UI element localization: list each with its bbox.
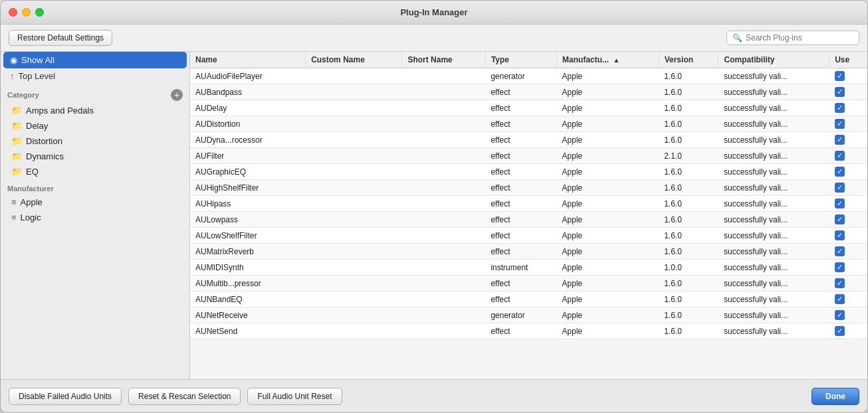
col-header-type[interactable]: Type xyxy=(485,52,556,68)
cell-custom-name xyxy=(306,116,402,132)
cell-use[interactable] xyxy=(829,323,867,339)
add-category-button[interactable]: + xyxy=(171,89,183,101)
cell-compatibility: successfully vali... xyxy=(718,132,829,148)
cell-compatibility: successfully vali... xyxy=(718,244,829,260)
col-header-use[interactable]: Use xyxy=(829,52,867,68)
use-checkbox[interactable] xyxy=(835,151,845,161)
plugin-table: Name Custom Name Short Name Type xyxy=(190,52,867,339)
cell-manufacturer: Apple xyxy=(557,132,659,148)
cell-name: AUDistortion xyxy=(190,116,306,132)
use-checkbox[interactable] xyxy=(835,230,845,240)
search-icon: 🔍 xyxy=(732,33,742,42)
use-checkbox[interactable] xyxy=(835,135,845,145)
sidebar-item-dynamics[interactable]: 📁 Dynamics xyxy=(1,149,189,164)
use-checkbox[interactable] xyxy=(835,278,845,288)
maximize-button[interactable] xyxy=(35,8,44,17)
disable-failed-button[interactable]: Disable Failed Audio Units xyxy=(9,388,122,405)
sidebar-item-distortion[interactable]: 📁 Distortion xyxy=(1,133,189,149)
cell-use[interactable] xyxy=(829,228,867,244)
done-button[interactable]: Done xyxy=(812,388,859,405)
col-header-name[interactable]: Name xyxy=(190,52,306,68)
use-checkbox[interactable] xyxy=(835,87,845,97)
use-checkbox[interactable] xyxy=(835,262,845,272)
sidebar-item-logic[interactable]: ≡ Logic xyxy=(1,210,189,225)
restore-defaults-button[interactable]: Restore Default Settings xyxy=(9,30,112,46)
table-row: AUHighShelfFilter effect Apple 1.6.0 suc… xyxy=(190,180,867,196)
cell-short-name xyxy=(402,84,485,100)
cell-manufacturer: Apple xyxy=(557,196,659,212)
reset-rescan-button[interactable]: Reset & Rescan Selection xyxy=(128,388,241,405)
cell-manufacturer: Apple xyxy=(557,260,659,276)
folder-icon: 📁 xyxy=(11,167,22,177)
cell-use[interactable] xyxy=(829,244,867,260)
col-header-version[interactable]: Version xyxy=(659,52,718,68)
cell-type: effect xyxy=(485,276,556,291)
col-header-short-name[interactable]: Short Name xyxy=(402,52,485,68)
sidebar-item-eq[interactable]: 📁 EQ xyxy=(1,164,189,179)
titlebar: Plug-In Manager xyxy=(1,1,867,25)
cell-use[interactable] xyxy=(829,164,867,180)
cell-type: effect xyxy=(485,148,556,164)
cell-version: 1.6.0 xyxy=(659,244,718,260)
col-header-manufacturer[interactable]: Manufactu... ▲ xyxy=(557,52,659,68)
cell-use[interactable] xyxy=(829,212,867,228)
cell-use[interactable] xyxy=(829,148,867,164)
use-checkbox[interactable] xyxy=(835,167,845,177)
use-checkbox[interactable] xyxy=(835,119,845,129)
cell-use[interactable] xyxy=(829,100,867,116)
use-checkbox[interactable] xyxy=(835,294,845,304)
cell-compatibility: successfully vali... xyxy=(718,164,829,180)
cell-use[interactable] xyxy=(829,196,867,212)
use-checkbox[interactable] xyxy=(835,103,845,113)
sidebar-item-show-all[interactable]: ◉ Show All xyxy=(3,52,187,68)
footer: Disable Failed Audio Units Reset & Resca… xyxy=(1,379,867,412)
cell-version: 1.6.0 xyxy=(659,196,718,212)
cell-version: 1.6.0 xyxy=(659,84,718,100)
use-checkbox[interactable] xyxy=(835,71,845,81)
cell-use[interactable] xyxy=(829,307,867,323)
table-row: AUFilter effect Apple 2.1.0 successfully… xyxy=(190,148,867,164)
col-header-compatibility[interactable]: Compatibility xyxy=(718,52,829,68)
cell-name: AUMatrixReverb xyxy=(190,244,306,260)
cell-custom-name xyxy=(306,196,402,212)
cell-short-name xyxy=(402,212,485,228)
use-checkbox[interactable] xyxy=(835,199,845,208)
full-reset-button[interactable]: Full Audio Unit Reset xyxy=(247,388,342,405)
cell-use[interactable] xyxy=(829,260,867,276)
close-button[interactable] xyxy=(9,8,17,17)
cell-type: effect xyxy=(485,116,556,132)
list-icon: ≡ xyxy=(11,212,17,222)
folder-icon: 📁 xyxy=(11,151,22,161)
cell-use[interactable] xyxy=(829,68,867,84)
cell-use[interactable] xyxy=(829,291,867,307)
sidebar-item-delay[interactable]: 📁 Delay xyxy=(1,118,189,133)
cell-name: AUHighShelfFilter xyxy=(190,180,306,196)
cell-custom-name xyxy=(306,180,402,196)
cell-short-name xyxy=(402,228,485,244)
sidebar-item-top-level[interactable]: ↑ Top Level xyxy=(1,68,189,84)
col-header-custom-name[interactable]: Custom Name xyxy=(306,52,402,68)
cell-compatibility: successfully vali... xyxy=(718,276,829,291)
cell-use[interactable] xyxy=(829,132,867,148)
use-checkbox[interactable] xyxy=(835,214,845,224)
table-container[interactable]: Name Custom Name Short Name Type xyxy=(190,52,867,379)
use-checkbox[interactable] xyxy=(835,183,845,193)
minimize-button[interactable] xyxy=(22,8,31,17)
use-checkbox[interactable] xyxy=(835,310,845,320)
sidebar-item-amps-and-pedals[interactable]: 📁 Amps and Pedals xyxy=(1,103,189,118)
cell-use[interactable] xyxy=(829,116,867,132)
cell-manufacturer: Apple xyxy=(557,291,659,307)
use-checkbox[interactable] xyxy=(835,246,845,256)
cell-version: 1.6.0 xyxy=(659,116,718,132)
cell-custom-name xyxy=(306,164,402,180)
cell-short-name xyxy=(402,148,485,164)
use-checkbox[interactable] xyxy=(835,326,845,336)
sidebar-item-apple[interactable]: ≡ Apple xyxy=(1,195,189,210)
cell-use[interactable] xyxy=(829,84,867,100)
cell-manufacturer: Apple xyxy=(557,116,659,132)
cell-compatibility: successfully vali... xyxy=(718,228,829,244)
cell-use[interactable] xyxy=(829,276,867,291)
search-input[interactable] xyxy=(746,33,853,42)
cell-use[interactable] xyxy=(829,180,867,196)
folder-icon: 📁 xyxy=(11,136,22,146)
